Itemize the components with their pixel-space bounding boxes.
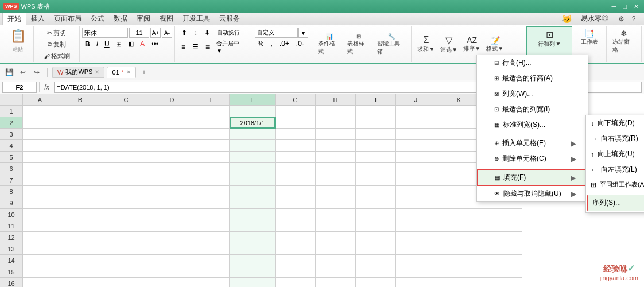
- smart-tools-btn[interactable]: 🔧 智能工具箱: [375, 32, 408, 57]
- cell-I1[interactable]: [356, 106, 396, 117]
- filter-btn[interactable]: ▽ 筛选▼: [438, 34, 460, 55]
- tab-developer[interactable]: 开发工具: [178, 13, 215, 25]
- sort-btn[interactable]: AZ 排序▼: [461, 34, 483, 54]
- merge-btn[interactable]: 合并居中▼: [214, 38, 247, 55]
- row-header-2[interactable]: 2: [0, 117, 23, 129]
- cell-E2[interactable]: [195, 117, 230, 129]
- row-header-3[interactable]: 3: [0, 129, 23, 140]
- tab-insert[interactable]: 插入: [26, 13, 49, 25]
- tab-start[interactable]: 开始: [2, 13, 26, 25]
- menu-auto-row-height[interactable]: ⊞ 最适合的行高(A): [477, 71, 588, 86]
- font-size-increase[interactable]: A+: [150, 28, 161, 38]
- cond-format-btn[interactable]: 📊 条件格式: [316, 32, 343, 57]
- col-header-J[interactable]: J: [396, 94, 436, 106]
- help-icon[interactable]: 🐱: [557, 13, 576, 25]
- cell-F2[interactable]: 2018/1/1: [230, 117, 276, 129]
- redo-btn[interactable]: ↪: [31, 67, 42, 78]
- tab-my-wps-close[interactable]: ✕: [95, 69, 99, 75]
- format2-btn[interactable]: 📝 格式▼: [484, 34, 506, 54]
- cell-D1[interactable]: [149, 106, 195, 117]
- format-dropdown-icon[interactable]: ▼: [298, 28, 308, 38]
- freeze-btn[interactable]: ❄ 冻结窗格: [610, 28, 638, 55]
- bg-color-btn[interactable]: ◧: [125, 39, 137, 49]
- cell-F1[interactable]: [230, 106, 276, 117]
- col-header-B[interactable]: B: [57, 94, 103, 106]
- row-header-12[interactable]: 12: [0, 232, 23, 243]
- menu-standard-col-width[interactable]: ▦ 标准列宽(S)...: [477, 117, 588, 133]
- cell-G1[interactable]: [276, 106, 316, 117]
- fx-button[interactable]: fx: [42, 83, 52, 91]
- cell-reference-box[interactable]: F2: [2, 82, 37, 93]
- cell-G2[interactable]: [276, 117, 316, 129]
- font-size-input[interactable]: [129, 28, 149, 38]
- col-header-E[interactable]: E: [195, 94, 230, 106]
- col-header-I[interactable]: I: [356, 94, 396, 106]
- row-header-4[interactable]: 4: [0, 140, 23, 152]
- underline-btn[interactable]: U: [102, 39, 112, 49]
- cell-J1[interactable]: [396, 106, 436, 117]
- cell-H1[interactable]: [316, 106, 356, 117]
- font-color-btn[interactable]: A: [137, 38, 148, 49]
- col-header-K[interactable]: K: [436, 94, 482, 106]
- thousand-btn[interactable]: ,: [267, 38, 275, 49]
- col-header-G[interactable]: G: [276, 94, 316, 106]
- format-brush-btn[interactable]: 🖌 格式刷: [41, 51, 72, 61]
- tab-review[interactable]: 审阅: [132, 13, 155, 25]
- col-header-H[interactable]: H: [316, 94, 356, 106]
- minimize-btn[interactable]: ─: [610, 3, 618, 10]
- tab-view[interactable]: 视图: [155, 13, 178, 25]
- submenu-fill-down[interactable]: ↓ 向下填充(D) Ctrl+D: [586, 115, 644, 131]
- cell-I2[interactable]: [356, 117, 396, 129]
- save-qa-btn[interactable]: 💾: [3, 67, 15, 78]
- cell-J2[interactable]: [396, 117, 436, 129]
- cell-D2[interactable]: [149, 117, 195, 129]
- submenu-fill-up[interactable]: ↑ 向上填充(U): [586, 146, 644, 162]
- row-header-13[interactable]: 13: [0, 243, 23, 255]
- cut-btn[interactable]: ✂ 剪切: [45, 28, 68, 38]
- percent-btn[interactable]: %: [255, 38, 267, 49]
- cell-A1[interactable]: [23, 106, 57, 117]
- tab-01-close[interactable]: ✕: [126, 69, 131, 75]
- menu-auto-col-width[interactable]: ⊡ 最适合的列宽(I): [477, 102, 588, 117]
- submenu-fill-left[interactable]: ← 向左填充(L): [586, 162, 644, 177]
- decimal-decrease-btn[interactable]: .0-: [293, 38, 307, 49]
- font-name-input[interactable]: [82, 28, 128, 38]
- align-left-btn[interactable]: ≡: [179, 42, 188, 52]
- font-size-decrease[interactable]: A-: [162, 28, 172, 38]
- cell-H2[interactable]: [316, 117, 356, 129]
- copy-btn[interactable]: ⧉ 复制: [45, 39, 68, 50]
- tab-page-layout[interactable]: 页面布局: [49, 13, 86, 25]
- row-header-7[interactable]: 7: [0, 174, 23, 186]
- menu-insert-cell[interactable]: ⊕ 插入单元格(E) ▶: [477, 135, 588, 151]
- cell-K2[interactable]: [436, 117, 482, 129]
- tab-data[interactable]: 数据: [109, 13, 132, 25]
- cell-B1[interactable]: [57, 106, 103, 117]
- row-header-10[interactable]: 10: [0, 209, 23, 220]
- italic-btn[interactable]: I: [94, 39, 101, 49]
- row-header-14[interactable]: 14: [0, 255, 23, 266]
- submenu-fill-right[interactable]: → 向右填充(R) Ctrl+R: [586, 131, 644, 146]
- row-col-btn[interactable]: ⊡ 行和列▼: [536, 28, 563, 49]
- tab-my-wps[interactable]: W 我的WPS ✕: [52, 67, 104, 78]
- col-header-C[interactable]: C: [103, 94, 149, 106]
- align-center-btn[interactable]: ☰: [189, 42, 201, 52]
- submenu-fill-sheets[interactable]: ⊞ 至同组工作表(A)...: [586, 177, 644, 192]
- question-icon[interactable]: ?: [628, 13, 639, 25]
- col-header-A[interactable]: A: [23, 94, 57, 106]
- menu-row-height[interactable]: ⊟ 行高(H)...: [477, 55, 588, 71]
- col-header-D[interactable]: D: [149, 94, 195, 106]
- cell-K1[interactable]: [436, 106, 482, 117]
- search-tools[interactable]: 易水零◎: [576, 13, 613, 25]
- cell-B2[interactable]: [57, 117, 103, 129]
- align-right-btn[interactable]: ≡: [203, 42, 212, 52]
- align-top-btn[interactable]: ⬆: [179, 28, 190, 38]
- tab-cloud[interactable]: 云服务: [215, 13, 245, 25]
- align-middle-btn[interactable]: ↕: [191, 28, 200, 38]
- row-header-6[interactable]: 6: [0, 163, 23, 174]
- wrap-text-btn[interactable]: 自动换行: [214, 28, 243, 38]
- submenu-series[interactable]: 序列(S)...: [587, 195, 644, 211]
- close-btn[interactable]: ✕: [632, 3, 641, 10]
- row-header-11[interactable]: 11: [0, 220, 23, 232]
- border-btn[interactable]: ⊞: [113, 39, 125, 49]
- cell-A2[interactable]: [23, 117, 57, 129]
